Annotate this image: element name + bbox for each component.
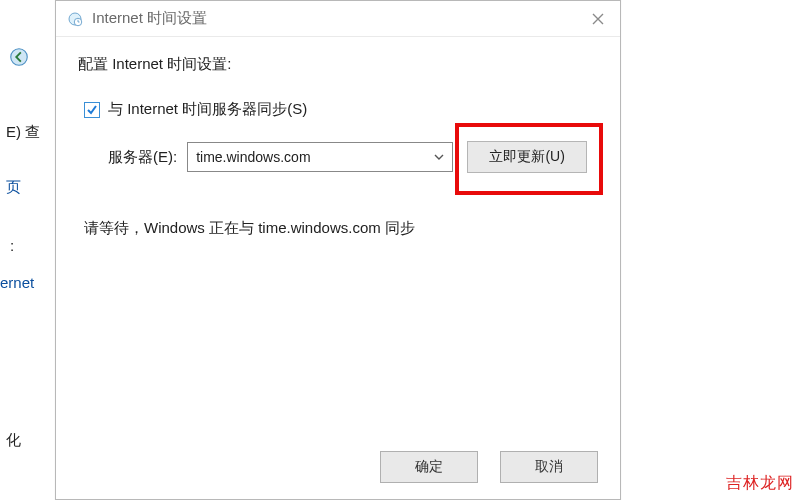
sync-checkbox[interactable] (84, 102, 100, 118)
update-now-label: 立即更新(U) (489, 148, 564, 166)
background-text-page: 页 (0, 178, 60, 197)
server-value: time.windows.com (196, 149, 310, 165)
dialog-button-row: 确定 取消 (380, 451, 598, 483)
clock-globe-icon (66, 10, 84, 28)
close-button[interactable] (584, 5, 612, 33)
dialog-heading: 配置 Internet 时间设置: (78, 55, 598, 74)
watermark-text: 吉林龙网 (726, 473, 794, 494)
chevron-down-icon (434, 149, 444, 165)
globe-back-icon (8, 46, 30, 71)
background-window: E) 查 页 : ernet 化 (0, 0, 60, 500)
server-label: 服务器(E): (108, 148, 177, 167)
background-text-hua: 化 (0, 431, 60, 450)
ok-button-label: 确定 (415, 458, 443, 476)
server-combobox[interactable]: time.windows.com (187, 142, 453, 172)
dialog-content: 配置 Internet 时间设置: 与 Internet 时间服务器同步(S) … (56, 37, 620, 238)
background-text-ernet: ernet (0, 274, 60, 291)
ok-button[interactable]: 确定 (380, 451, 478, 483)
internet-time-settings-dialog: Internet 时间设置 配置 Internet 时间设置: 与 Intern… (55, 0, 621, 500)
sync-checkbox-label: 与 Internet 时间服务器同步(S) (108, 100, 307, 119)
cancel-button-label: 取消 (535, 458, 563, 476)
svg-point-0 (11, 49, 28, 66)
background-text-colon: : (0, 237, 60, 254)
sync-status-text: 请等待，Windows 正在与 time.windows.com 同步 (84, 219, 598, 238)
background-text-edit: E) 查 (0, 123, 60, 142)
dialog-titlebar: Internet 时间设置 (56, 1, 620, 37)
update-now-button[interactable]: 立即更新(U) (467, 141, 587, 173)
sync-checkbox-row[interactable]: 与 Internet 时间服务器同步(S) (84, 100, 598, 119)
cancel-button[interactable]: 取消 (500, 451, 598, 483)
dialog-title: Internet 时间设置 (92, 9, 207, 28)
